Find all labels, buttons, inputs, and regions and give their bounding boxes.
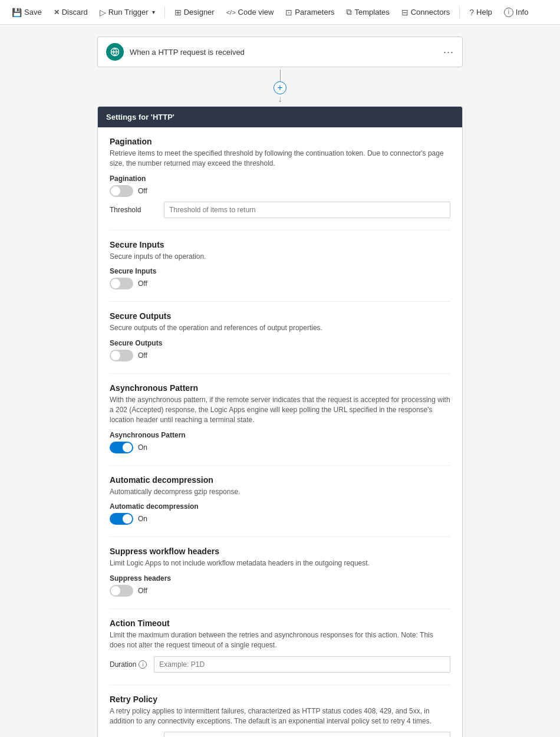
help-icon: ? (469, 8, 474, 17)
help-button[interactable]: ? Help (465, 5, 497, 19)
auto-decompress-toggle[interactable] (110, 513, 133, 525)
suppress-headers-desc: Limit Logic Apps to not include workflow… (110, 558, 450, 568)
secure-outputs-toggle-row: Secure Outputs Off (110, 339, 450, 361)
info-button[interactable]: i Info (499, 5, 533, 19)
parameters-button[interactable]: ⊡ Parameters (281, 5, 339, 19)
auto-decompress-desc: Automatically decompress gzip response. (110, 487, 450, 497)
connectors-label: Connectors (411, 8, 450, 17)
connector-line-top (280, 70, 281, 81)
pagination-toggle[interactable] (110, 185, 133, 197)
run-trigger-button[interactable]: ▷ Run Trigger ▾ (95, 5, 160, 19)
templates-label: Templates (354, 8, 389, 17)
async-pattern-toggle-state: On (138, 443, 147, 452)
settings-panel: Settings for 'HTTP' Pagination Retrieve … (97, 106, 463, 737)
type-row: Type Default None Fixed interval Exponen… (110, 732, 450, 737)
auto-decompress-toggle-container: On (110, 513, 450, 525)
run-trigger-chevron-icon: ▾ (152, 9, 155, 15)
designer-icon: ⊞ (174, 8, 182, 17)
run-trigger-label: Run Trigger (108, 8, 149, 17)
async-pattern-toggle-container: On (110, 442, 450, 453)
secure-outputs-toggle[interactable] (110, 350, 133, 361)
pagination-title: Pagination (110, 137, 450, 146)
divider-decompress (110, 537, 450, 537)
duration-row: Duration i (110, 656, 450, 673)
section-suppress-headers: Suppress workflow headers Limit Logic Ap… (110, 547, 450, 597)
auto-decompress-toggle-knob (123, 514, 132, 524)
duration-input[interactable] (154, 656, 450, 673)
retry-type-select[interactable]: Default None Fixed interval Exponential … (164, 732, 450, 737)
retry-policy-title: Retry Policy (110, 695, 450, 704)
settings-header: Settings for 'HTTP' (98, 107, 462, 127)
pagination-toggle-row: Pagination Off (110, 175, 450, 197)
section-pagination: Pagination Retrieve items to meet the sp… (110, 137, 450, 218)
section-auto-decompress: Automatic decompression Automatically de… (110, 475, 450, 525)
divider-1 (164, 6, 165, 18)
auto-decompress-toggle-state: On (138, 515, 147, 523)
secure-inputs-toggle-state: Off (138, 279, 147, 288)
canvas: When a HTTP request is received ··· + ↓ … (0, 25, 560, 737)
code-view-label: Code view (238, 8, 274, 17)
pagination-desc: Retrieve items to meet the specified thr… (110, 149, 450, 169)
pagination-toggle-label: Pagination (110, 175, 450, 183)
arrow-down-icon: ↓ (278, 94, 282, 104)
secure-inputs-toggle-row: Secure Inputs Off (110, 267, 450, 289)
async-pattern-toggle-label: Asynchronous Pattern (110, 431, 450, 439)
section-retry-policy: Retry Policy A retry policy applies to i… (110, 695, 450, 737)
add-step-button[interactable]: + (274, 81, 286, 94)
action-timeout-title: Action Timeout (110, 618, 450, 628)
async-pattern-toggle-row: Asynchronous Pattern On (110, 431, 450, 453)
settings-body: Pagination Retrieve items to meet the sp… (98, 127, 462, 737)
secure-outputs-toggle-container: Off (110, 350, 450, 361)
threshold-input[interactable] (164, 202, 450, 218)
pagination-toggle-state: Off (138, 187, 147, 195)
secure-outputs-toggle-state: Off (138, 351, 147, 360)
code-view-icon: </> (226, 9, 236, 16)
async-pattern-toggle-knob (123, 443, 132, 452)
designer-button[interactable]: ⊞ Designer (170, 5, 219, 19)
templates-icon: ⧉ (346, 7, 352, 17)
async-pattern-desc: With the asynchronous pattern, if the re… (110, 395, 450, 425)
discard-button[interactable]: ✕ Discard (49, 5, 93, 19)
section-action-timeout: Action Timeout Limit the maximum duratio… (110, 618, 450, 673)
secure-inputs-toggle[interactable] (110, 278, 133, 289)
trigger-box: When a HTTP request is received ··· (97, 37, 463, 67)
pagination-toggle-knob (111, 186, 120, 196)
auto-decompress-toggle-row: Automatic decompression On (110, 502, 450, 525)
secure-inputs-toggle-container: Off (110, 278, 450, 289)
designer-label: Designer (184, 8, 215, 17)
code-view-button[interactable]: </> Code view (222, 5, 279, 19)
secure-inputs-desc: Secure inputs of the operation. (110, 252, 450, 262)
duration-info-icon[interactable]: i (139, 660, 147, 669)
section-secure-outputs: Secure Outputs Secure outputs of the ope… (110, 311, 450, 361)
parameters-icon: ⊡ (285, 8, 292, 17)
suppress-headers-toggle[interactable] (110, 585, 133, 597)
suppress-headers-title: Suppress workflow headers (110, 547, 450, 556)
divider-timeout (110, 685, 450, 685)
suppress-headers-toggle-state: Off (138, 587, 147, 595)
toolbar: 💾 Save ✕ Discard ▷ Run Trigger ▾ ⊞ Desig… (0, 0, 560, 25)
secure-outputs-toggle-label: Secure Outputs (110, 339, 450, 347)
suppress-headers-toggle-knob (111, 586, 120, 595)
section-secure-inputs: Secure Inputs Secure inputs of the opera… (110, 240, 450, 290)
divider-secure-inputs (110, 301, 450, 302)
save-button[interactable]: 💾 Save (7, 5, 47, 19)
templates-button[interactable]: ⧉ Templates (341, 5, 394, 19)
trigger-more-button[interactable]: ··· (443, 46, 454, 58)
section-async-pattern: Asynchronous Pattern With the asynchrono… (110, 383, 450, 453)
connectors-button[interactable]: ⊟ Connectors (397, 5, 454, 19)
connectors-icon: ⊟ (401, 8, 409, 17)
divider-suppress (110, 608, 450, 609)
secure-outputs-desc: Secure outputs of the operation and refe… (110, 323, 450, 333)
info-icon: i (504, 8, 513, 17)
save-label: Save (24, 8, 42, 17)
suppress-headers-toggle-container: Off (110, 585, 450, 597)
help-label: Help (476, 8, 492, 17)
auto-decompress-toggle-label: Automatic decompression (110, 502, 450, 511)
trigger-icon (106, 43, 124, 61)
trigger-title: When a HTTP request is received (130, 48, 437, 57)
suppress-headers-toggle-label: Suppress headers (110, 574, 450, 583)
threshold-row: Threshold (110, 202, 450, 218)
parameters-label: Parameters (295, 8, 334, 17)
connector-area: + ↓ (274, 70, 286, 104)
async-pattern-toggle[interactable] (110, 442, 133, 453)
